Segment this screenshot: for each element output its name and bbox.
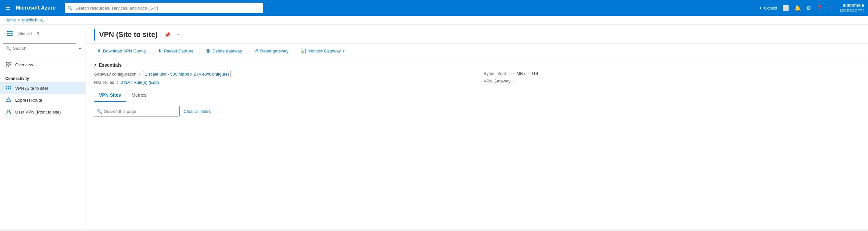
svg-rect-2 [11,31,12,32]
svg-rect-18 [10,88,11,90]
svg-rect-15 [10,86,11,88]
resource-icon [5,29,16,39]
reset-icon: ↺ [254,48,258,54]
title-actions: 📌 ··· [163,30,182,39]
sidebar: Virtual HUB 🔍 « Overview [0,25,86,229]
help-icon[interactable]: ❓ [816,5,823,11]
svg-rect-6 [7,35,8,36]
tab-metrics[interactable]: Metrics [126,89,152,102]
download-vpn-label: Download VPN Config [103,48,146,54]
tabs-bar: VPN Sites Metrics [86,89,868,102]
packet-capture-label: Packet Capture [164,48,193,54]
delete-icon: 🗑 [206,48,210,54]
svg-rect-5 [11,33,12,34]
nat-rules-colon: : [117,80,118,85]
monitor-chevron-icon: ▾ [343,49,344,53]
essentials-grid: Gateway configuration : 1 scale unit - 5… [94,71,860,85]
sidebar-item-expressroute[interactable]: ExpressRoute [0,94,86,106]
topbar-right: ✦ Copilot ⬜ 🔔 ⚙ ❓ 👤 siddomala MICROSOFT … [759,3,864,13]
screen-icon[interactable]: ⬜ [782,5,789,11]
page-search-icon: 🔍 [97,109,102,114]
essentials-title: Essentials [99,62,122,68]
topbar: ☰ Microsoft Azure 🔍 ✦ Copilot ⬜ 🔔 ⚙ ❓ 👤 … [0,0,868,16]
toolbar-separator-4 [294,47,295,55]
svg-rect-8 [11,35,12,36]
main-layout: Virtual HUB 🔍 « Overview [0,25,868,229]
monitor-gateway-label: Monitor Gateway [309,48,341,54]
bell-icon[interactable]: 🔔 [794,5,801,11]
content-area: VPN (Site to site) 📌 ··· ⬇ Download VPN … [86,25,868,229]
hamburger-menu[interactable]: ☰ [4,3,12,13]
user-sub: MICROSOFT ( [840,8,864,13]
search-bar-area: 🔍 Clear all filters [86,102,868,121]
toolbar-separator-2 [199,47,200,55]
nat-rules-row: NAT Rules : 0 NAT Rule(s) (Edit) [94,80,470,85]
sidebar-search-box[interactable]: 🔍 [3,43,76,53]
user-icon[interactable]: 👤 [828,5,835,11]
svg-rect-13 [6,86,7,88]
bytes-row: Bytes in/out : --- MB / --- GB [484,71,860,76]
vpn-grid-icon [7,30,14,38]
sidebar-user-vpn-label: User VPN (Point to site) [15,109,61,114]
sidebar-collapse-button[interactable]: « [78,44,83,52]
toolbar-separator-3 [248,47,248,55]
resource-subtitle: Virtual HUB [19,32,39,36]
global-search-wrap: 🔍 [65,3,263,13]
svg-point-20 [8,110,9,112]
sidebar-search-input[interactable] [13,46,73,51]
global-search-input[interactable] [65,3,263,13]
page-title: VPN (Site to site) [99,30,158,39]
sidebar-overview-label: Overview [15,62,33,67]
capture-icon: ⬇ [158,48,162,54]
sidebar-item-overview[interactable]: Overview [0,59,86,71]
reset-gateway-label: Reset gateway [260,48,289,54]
copilot-icon: ✦ [759,6,763,10]
breadcrumb: Home > grpcfix-hub1 [0,16,868,25]
svg-rect-9 [6,62,8,64]
download-icon: ⬇ [97,48,101,54]
essentials-header[interactable]: ∧ Essentials [94,62,860,68]
svg-rect-12 [9,65,11,67]
copilot-label: Copilot [764,6,777,10]
page-search-box[interactable]: 🔍 [94,106,180,117]
breadcrumb-home[interactable]: Home [5,18,16,23]
gateway-config-value[interactable]: 1 scale unit - 500 Mbps x 2 (View/Config… [143,71,231,77]
user-vpn-icon [5,108,12,115]
svg-rect-11 [6,65,8,67]
gateway-config-colon: : [139,72,141,76]
pin-icon: 📌 [164,32,171,38]
vpn-gateway-label: VPN Gateway [484,78,510,84]
breadcrumb-current[interactable]: grpcfix-hub1 [22,18,44,23]
delete-gateway-button[interactable]: 🗑 Delete gateway [203,46,245,56]
vpn-gateway-value: : [513,78,515,84]
settings-icon[interactable]: ⚙ [806,5,811,11]
sidebar-divider-top [0,57,86,58]
essentials-section: ∧ Essentials Gateway configuration : 1 s… [86,58,868,89]
sidebar-connectivity-section: Connectivity [0,74,86,82]
svg-rect-10 [9,62,11,64]
essentials-col-right: Bytes in/out : --- MB / --- GB VPN Gatew… [484,71,860,85]
resource-title-bar: VPN (Site to site) 📌 ··· [86,25,868,43]
tab-vpn-sites[interactable]: VPN Sites [94,89,126,102]
sidebar-item-vpn-site-to-site[interactable]: VPN (Site to site) [0,82,86,94]
sidebar-resource-header: Virtual HUB [0,25,86,43]
more-options-button[interactable]: ··· [175,30,182,39]
svg-rect-4 [9,33,10,34]
sidebar-expressroute-label: ExpressRoute [15,98,42,103]
sidebar-item-user-vpn[interactable]: User VPN (Point to site) [0,106,86,118]
monitor-gateway-button[interactable]: 📊 Monitor Gateway ▾ [298,46,348,56]
essentials-chevron-icon: ∧ [94,63,97,67]
svg-rect-0 [7,31,8,32]
nat-rules-value[interactable]: 0 NAT Rule(s) (Edit) [121,80,159,85]
download-vpn-config-button[interactable]: ⬇ Download VPN Config [94,46,149,56]
reset-gateway-button[interactable]: ↺ Reset gateway [251,46,292,56]
packet-capture-button[interactable]: ⬇ Packet Capture [155,46,197,56]
pin-button[interactable]: 📌 [163,30,172,39]
clear-all-filters-button[interactable]: Clear all filters [184,109,211,114]
copilot-button[interactable]: ✦ Copilot [759,6,777,10]
vpn-site-icon [5,85,12,91]
breadcrumb-separator: > [18,18,20,23]
delete-gateway-label: Delete gateway [212,48,242,54]
sidebar-vpn-label: VPN (Site to site) [15,86,48,91]
page-search-input[interactable] [104,109,177,114]
